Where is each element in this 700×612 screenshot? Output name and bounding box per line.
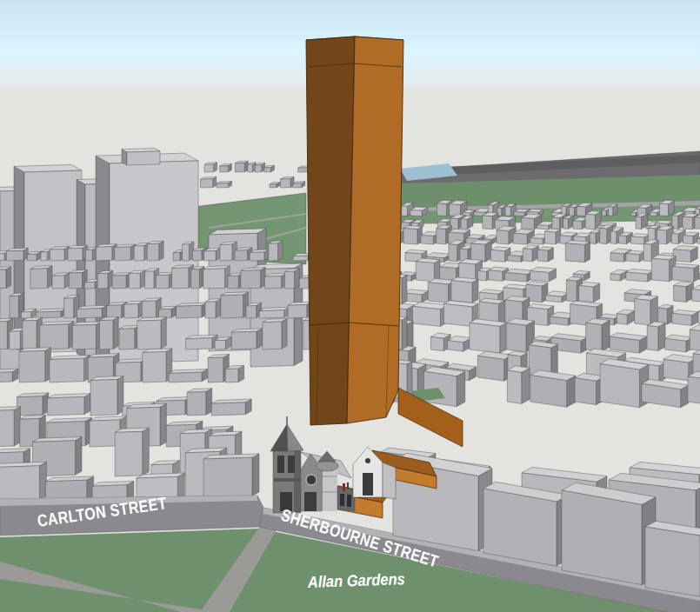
scene: CARLTON STREET SHERBOURNE STREET Allan G…: [0, 0, 700, 612]
allan-gardens-label: Allan Gardens: [307, 569, 406, 591]
model-viewport[interactable]: CARLTON STREET SHERBOURNE STREET Allan G…: [0, 0, 700, 612]
